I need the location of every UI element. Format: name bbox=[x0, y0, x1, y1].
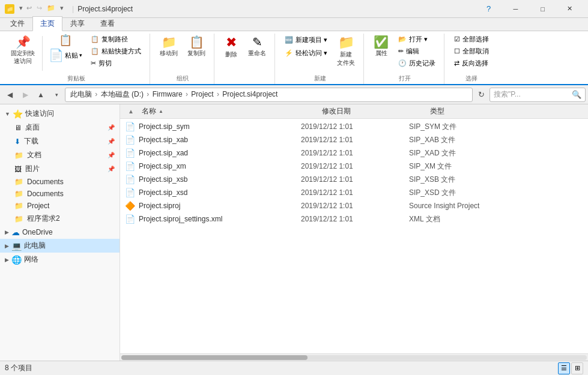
view-buttons: ☰ ⊞ bbox=[558, 362, 583, 374]
title-bar: 📁 ▾ ↩ ↪ 📁 ▾ | Project.si4project ? ─ □ ✕ bbox=[0, 0, 588, 18]
file-icon: 📄 bbox=[125, 122, 135, 131]
cut-icon: ✂ bbox=[91, 59, 96, 67]
sidebar-item-documents3[interactable]: 📁 Documents bbox=[0, 188, 120, 200]
copy-path-button[interactable]: 📋 复制路径 bbox=[87, 34, 145, 45]
search-placeholder: 搜索"P... bbox=[494, 89, 521, 100]
delete-button[interactable]: ✖ 删除 bbox=[220, 34, 242, 61]
window-controls: ? ─ □ ✕ bbox=[475, 0, 583, 18]
move-to-button[interactable]: 📁 移动到 bbox=[156, 34, 181, 60]
sidebar-item-downloads[interactable]: ⬇ 下载 📌 bbox=[0, 134, 120, 148]
file-type: SIP_XAD 文件 bbox=[409, 148, 583, 158]
title-quick-undo[interactable]: ↩ bbox=[26, 4, 32, 14]
tab-share[interactable]: 共享 bbox=[62, 16, 92, 31]
select-all-button[interactable]: ☑ 全部选择 bbox=[450, 34, 493, 45]
copy-to-button[interactable]: 📋 复制到 bbox=[184, 34, 209, 60]
file-list: 📄 Project.sip_sym 2019/12/12 1:01 SIP_SY… bbox=[120, 119, 588, 353]
file-type: Source Insight Project bbox=[409, 202, 583, 210]
file-item[interactable]: 📄 Project.sip_xsd 2019/12/12 1:01 SIP_XS… bbox=[120, 186, 588, 199]
status-bar: 8 个项目 ☰ ⊞ bbox=[0, 361, 588, 375]
minimize-button[interactable]: ─ bbox=[502, 0, 529, 18]
select-all-icon: ☑ bbox=[454, 35, 460, 43]
onedrive-header[interactable]: ▶ ☁ OneDrive bbox=[0, 226, 120, 239]
search-bar[interactable]: 搜索"P... 🔍 bbox=[489, 88, 586, 102]
project-label: Project bbox=[27, 202, 49, 210]
horizontal-scrollbar[interactable] bbox=[120, 353, 588, 361]
large-icons-view-button[interactable]: ⊞ bbox=[571, 362, 583, 374]
properties-button[interactable]: ✅ 属性 bbox=[370, 34, 392, 60]
new-folder-button[interactable]: 📁 新建文件夹 bbox=[333, 34, 359, 70]
edit-button[interactable]: ✏ 编辑 bbox=[395, 46, 439, 57]
invert-select-button[interactable]: ⇄ 反向选择 bbox=[450, 58, 493, 69]
file-list-header: ▲ 名称 ▲ 修改日期 类型 bbox=[120, 104, 588, 119]
file-icon: 📄 bbox=[125, 175, 135, 184]
move-label: 移动到 bbox=[160, 49, 178, 58]
refresh-button[interactable]: ↻ bbox=[474, 88, 488, 102]
quick-access-chevron: ▼ bbox=[5, 111, 10, 117]
file-item[interactable]: 📄 Project.sip_xm 2019/12/12 1:01 SIP_XM … bbox=[120, 160, 588, 173]
col-header-type[interactable]: 类型 bbox=[425, 104, 583, 118]
tab-view[interactable]: 查看 bbox=[92, 16, 123, 31]
forward-button[interactable]: ▶ bbox=[18, 88, 32, 102]
tab-file[interactable]: 文件 bbox=[2, 16, 32, 31]
paste-shortcut-button[interactable]: 📋 粘贴快捷方式 bbox=[87, 46, 145, 57]
up-button[interactable]: ▲ bbox=[34, 88, 48, 102]
this-pc-header[interactable]: ▶ 💻 此电脑 bbox=[0, 239, 120, 253]
file-date: 2019/12/12 1:01 bbox=[301, 149, 409, 157]
documents-label: 文档 bbox=[27, 150, 41, 160]
sidebar-item-requirements[interactable]: 📁 程序需求2 bbox=[0, 212, 120, 226]
rename-button[interactable]: ✎ 重命名 bbox=[244, 34, 270, 60]
maximize-button[interactable]: □ bbox=[529, 0, 556, 18]
file-item[interactable]: 📄 Project.sip_sym 2019/12/12 1:01 SIP_SY… bbox=[120, 120, 588, 133]
copyto-label: 复制到 bbox=[187, 49, 205, 58]
address-bar[interactable]: 此电脑 › 本地磁盘 (D:) › Firmware › Project › P… bbox=[65, 88, 473, 102]
tab-home[interactable]: 主页 bbox=[32, 16, 62, 31]
onedrive-icon: ☁ bbox=[11, 227, 20, 237]
details-view-button[interactable]: ☰ bbox=[558, 362, 570, 374]
file-name: Project.sip_xsd bbox=[139, 188, 301, 197]
file-item[interactable]: 🔶 Project.siproj 2019/12/12 1:01 Source … bbox=[120, 199, 588, 212]
file-item[interactable]: 📄 Project.siproj_settings.xml 2019/12/12… bbox=[120, 212, 588, 226]
close-button[interactable]: ✕ bbox=[556, 0, 583, 18]
pictures-pin-icon: 📌 bbox=[108, 166, 115, 172]
back-button[interactable]: ◀ bbox=[2, 88, 17, 102]
new-folder-label: 新建文件夹 bbox=[337, 50, 355, 67]
history-button[interactable]: 🕐 历史记录 bbox=[395, 58, 439, 69]
copy-button[interactable]: 📋 bbox=[55, 34, 76, 47]
select-none-button[interactable]: ☐ 全部取消 bbox=[450, 46, 493, 57]
address-path: 此电脑 › 本地磁盘 (D:) › Firmware › Project › P… bbox=[70, 89, 277, 100]
col-header-name[interactable]: 名称 ▲ bbox=[137, 104, 317, 118]
file-item[interactable]: 📄 Project.sip_xsb 2019/12/12 1:01 SIP_XS… bbox=[120, 173, 588, 186]
sidebar: ▼ ⭐ 快速访问 🖥 桌面 📌 ⬇ 下载 📌 📁 文档 📌 🖼 图片 📌 📁 D… bbox=[0, 104, 120, 361]
open-button[interactable]: 📂 打开 ▾ bbox=[395, 34, 439, 45]
title-quick-redo[interactable]: ↪ bbox=[37, 4, 42, 14]
scroll-thumb[interactable] bbox=[121, 355, 308, 360]
copy-path-icon: 📋 bbox=[91, 35, 99, 43]
help-button[interactable]: ? bbox=[475, 0, 502, 18]
col-header-date[interactable]: 修改日期 bbox=[317, 104, 425, 118]
title-more-arrow[interactable]: ▾ bbox=[60, 4, 64, 14]
new-item-col: 🆕 新建项目 ▾ ⚡ 轻松访问 ▾ bbox=[281, 34, 331, 59]
quick-access-header[interactable]: ▼ ⭐ 快速访问 bbox=[0, 107, 120, 121]
item-count: 8 个项目 bbox=[5, 363, 32, 373]
sidebar-item-project[interactable]: 📁 Project bbox=[0, 200, 120, 212]
sidebar-item-documents2[interactable]: 📁 Documents bbox=[0, 176, 120, 188]
open-content: ✅ 属性 📂 打开 ▾ ✏ 编辑 🕐 历史记录 bbox=[370, 34, 439, 73]
scroll-track[interactable] bbox=[121, 355, 587, 360]
file-item[interactable]: 📄 Project.sip_xab 2019/12/12 1:01 SIP_XA… bbox=[120, 133, 588, 146]
cut-button[interactable]: ✂ 剪切 bbox=[87, 58, 145, 69]
quick-access-label: 快速访问 bbox=[25, 109, 54, 119]
easy-access-button[interactable]: ⚡ 轻松访问 ▾ bbox=[281, 47, 331, 59]
file-type: SIP_XSD 文件 bbox=[409, 188, 583, 198]
network-header[interactable]: ▶ 🌐 网络 bbox=[0, 253, 120, 266]
new-item-button[interactable]: 🆕 新建项目 ▾ bbox=[281, 34, 331, 46]
title-quick-newfolder[interactable]: 📁 bbox=[47, 4, 55, 14]
recent-locations-button[interactable]: ▾ bbox=[49, 88, 64, 102]
sidebar-item-documents[interactable]: 📁 文档 📌 bbox=[0, 148, 120, 162]
ribbon-group-delete-rename: ✖ 删除 ✎ 重命名 bbox=[216, 34, 275, 84]
pin-to-quickaccess-button[interactable]: 📌 固定到快速访问 bbox=[7, 34, 38, 67]
paste-button[interactable]: 📄 粘贴 ▾ bbox=[46, 48, 85, 62]
sidebar-item-desktop[interactable]: 🖥 桌面 📌 bbox=[0, 121, 120, 134]
sidebar-item-pictures[interactable]: 🖼 图片 📌 bbox=[0, 162, 120, 176]
file-item[interactable]: 📄 Project.sip_xad 2019/12/12 1:01 SIP_XA… bbox=[120, 146, 588, 160]
ribbon-tabs: 文件 主页 共享 查看 bbox=[0, 18, 588, 31]
